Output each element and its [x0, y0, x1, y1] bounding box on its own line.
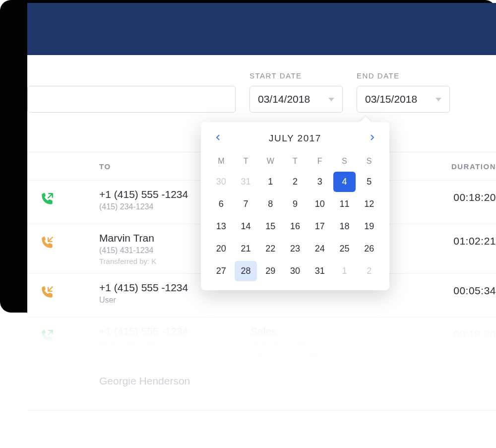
calendar-dow: S	[358, 153, 380, 170]
to-primary: +1 (415) 555 -1234	[99, 325, 250, 337]
phone-incoming-orange-icon	[40, 285, 55, 300]
calendar-day[interactable]: 15	[259, 216, 282, 237]
end-date-picker[interactable]: 03/15/2018	[357, 86, 450, 113]
phone-incoming-orange-icon	[40, 235, 55, 250]
calendar-day[interactable]: 25	[333, 239, 356, 259]
to-cell: Georgie Henderson	[67, 375, 250, 387]
calendar-day[interactable]: 8	[259, 194, 282, 214]
from-secondary: (415) 431-1234	[250, 339, 419, 348]
phone-outgoing-green-icon	[40, 328, 55, 343]
calendar-dow: W	[259, 153, 282, 170]
calendar-day[interactable]: 6	[210, 194, 233, 214]
column-duration: DURATION	[419, 162, 496, 171]
phone-outgoing-green-icon	[40, 192, 55, 206]
header-bar	[27, 3, 496, 55]
calendar-day[interactable]: 26	[358, 239, 380, 259]
duration-cell	[419, 375, 496, 378]
row-icon-cell	[27, 375, 67, 378]
duration-cell: 00:18:20	[419, 189, 496, 203]
row-icon-cell	[27, 232, 67, 250]
calendar-dow: T	[284, 153, 307, 170]
calendar-day[interactable]: 23	[284, 239, 307, 259]
calendar-day[interactable]: 18	[333, 216, 356, 237]
calendar-day[interactable]: 20	[210, 239, 233, 259]
start-date-value: 03/14/2018	[258, 93, 310, 105]
table-row[interactable]: Georgie Henderson	[27, 367, 496, 411]
calendar-day[interactable]: 19	[358, 216, 380, 237]
calendar-day[interactable]: 27	[210, 261, 233, 281]
calendar-popover: JULY 2017 MTWTFSS30311234567891011121314…	[201, 122, 389, 290]
calendar-day[interactable]: 16	[284, 216, 307, 237]
to-secondary: User	[99, 296, 250, 305]
to-cell: +1 (415) 555 -1234(415) 234-1234	[67, 325, 250, 348]
search-input[interactable]	[27, 86, 236, 113]
row-icon-cell	[27, 189, 67, 206]
calendar-dow: S	[333, 153, 356, 170]
chevron-right-icon	[369, 134, 375, 141]
calendar-day[interactable]: 4	[333, 172, 356, 192]
popover-arrow	[360, 117, 372, 128]
calendar-day[interactable]: 10	[309, 194, 331, 214]
calendar-day[interactable]: 1	[259, 172, 282, 192]
calendar-header: JULY 2017	[210, 132, 380, 145]
start-date-field: START DATE 03/14/2018	[249, 71, 343, 113]
duration-cell: 01:02:21	[419, 232, 496, 247]
calendar-day[interactable]: 3	[309, 172, 331, 192]
table-row[interactable]: +1 (415) 555 -1234(415) 234-1234Sales(41…	[27, 318, 496, 367]
duration-cell: 00:05:34	[419, 282, 496, 297]
end-date-label: END DATE	[357, 71, 450, 80]
from-cell: Sales(415) 431-1234Agent: Thomas Kidd	[250, 325, 419, 359]
from-primary: Sales	[250, 325, 419, 337]
calendar-dow: F	[309, 153, 331, 170]
calendar-dow: M	[210, 153, 233, 170]
start-date-label: START DATE	[249, 71, 343, 80]
row-icon-cell	[27, 282, 67, 300]
calendar-day[interactable]: 22	[259, 239, 282, 259]
dropdown-caret-icon	[435, 98, 441, 101]
calendar-day[interactable]: 17	[309, 216, 331, 237]
calendar-day[interactable]: 28	[235, 261, 257, 281]
to-primary: Georgie Henderson	[99, 375, 250, 387]
calendar-dow: T	[235, 153, 257, 170]
calendar-day[interactable]: 1	[333, 261, 356, 281]
next-month-button[interactable]	[367, 132, 377, 145]
calendar-day[interactable]: 24	[309, 239, 331, 259]
row-icon-cell	[27, 325, 67, 343]
calendar-day[interactable]: 12	[358, 194, 380, 214]
to-secondary: (415) 234-1234	[99, 339, 250, 348]
prev-month-button[interactable]	[213, 132, 224, 145]
calendar-day[interactable]: 2	[358, 261, 380, 281]
dropdown-caret-icon	[328, 98, 334, 101]
calendar-day[interactable]: 30	[210, 172, 233, 192]
calendar-day[interactable]: 31	[309, 261, 331, 281]
end-date-field: END DATE 03/15/2018	[357, 71, 450, 113]
calendar-day[interactable]: 14	[235, 216, 257, 237]
calendar-day[interactable]: 2	[284, 172, 307, 192]
calendar-day[interactable]: 11	[333, 194, 356, 214]
calendar-day[interactable]: 29	[259, 261, 282, 281]
app-panel: START DATE 03/14/2018 END DATE 03/15/201…	[27, 3, 496, 448]
calendar-day[interactable]: 9	[284, 194, 307, 214]
start-date-picker[interactable]: 03/14/2018	[249, 86, 343, 113]
calendar-day[interactable]: 31	[235, 172, 257, 192]
calendar-day[interactable]: 5	[358, 172, 380, 192]
calendar-grid: MTWTFSS303112345678910111213141516171819…	[210, 153, 380, 281]
calendar-day[interactable]: 7	[235, 194, 257, 214]
chevron-left-icon	[215, 134, 222, 141]
from-tertiary: Agent: Thomas Kidd	[250, 350, 419, 359]
duration-cell: 00:18:20	[419, 325, 496, 340]
filter-row: START DATE 03/14/2018 END DATE 03/15/201…	[27, 71, 496, 113]
calendar-title: JULY 2017	[269, 133, 321, 144]
calendar-day[interactable]: 30	[284, 261, 307, 281]
calendar-day[interactable]: 21	[235, 239, 257, 259]
calendar-day[interactable]: 13	[210, 216, 233, 237]
end-date-value: 03/15/2018	[365, 93, 417, 105]
